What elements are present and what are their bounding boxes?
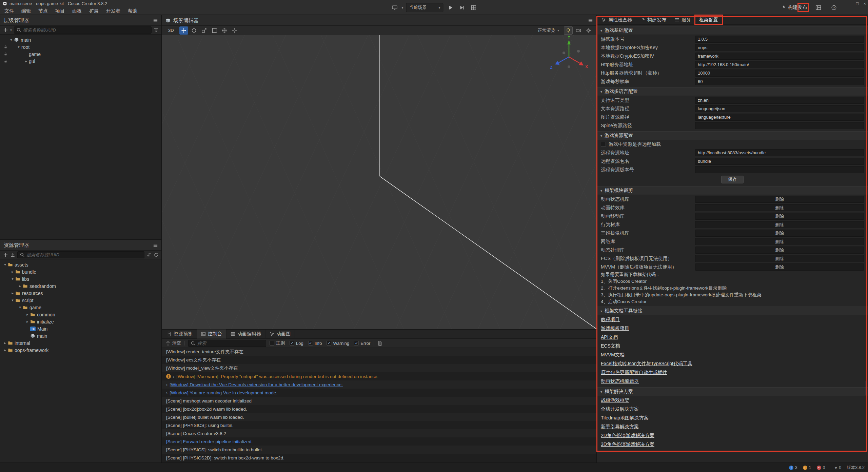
tree-node[interactable]: ▸bundle <box>0 268 161 275</box>
hierarchy-search-input[interactable] <box>23 27 149 33</box>
menubar-item[interactable]: 开发者 <box>102 7 124 15</box>
console-tab[interactable]: 资源预览 <box>163 330 197 338</box>
console-log-row[interactable]: [Scene] [bullet]:bullet wasm lib loaded. <box>162 413 596 421</box>
tree-node[interactable]: ▸gui <box>0 58 161 65</box>
filter-icon[interactable] <box>154 27 159 33</box>
console-search[interactable] <box>188 340 266 347</box>
chevron-down-icon[interactable]: ▾ <box>10 277 15 281</box>
filter-error-checkbox[interactable]: ✓Error <box>354 341 370 346</box>
menubar-item[interactable]: 文件 <box>1 7 18 15</box>
chevron-down-icon[interactable]: ▾ <box>10 298 15 302</box>
tree-node[interactable]: ▸initialize <box>0 318 161 325</box>
console-search-input[interactable] <box>197 341 264 346</box>
preview-target-icon[interactable] <box>390 3 399 12</box>
tree-node[interactable]: ▾root <box>0 43 161 51</box>
chevron-right-icon[interactable]: ▸ <box>17 284 23 288</box>
console-log-row[interactable]: [Scene] [box2d]:box2d wasm lib loaded. <box>162 405 596 413</box>
camera-icon[interactable] <box>574 26 583 35</box>
lock-icon[interactable] <box>2 59 8 63</box>
chevron-down-icon[interactable]: ▾ <box>16 45 21 49</box>
chevron-right-icon[interactable]: ▸ <box>25 312 30 317</box>
gizmo-x-label[interactable]: X <box>585 64 588 69</box>
rect-tool-button[interactable] <box>210 26 219 35</box>
rotate-tool-button[interactable] <box>190 26 198 35</box>
world-tool-button[interactable] <box>220 26 229 35</box>
console-log-row[interactable]: ›[Window] You are running Vue in develop… <box>162 389 596 397</box>
console-log-row[interactable]: [Window] render_texture文件夹不存在 <box>162 348 596 356</box>
tree-node[interactable]: ▾main <box>0 36 161 43</box>
lock-icon[interactable] <box>2 45 8 49</box>
panel-menu-icon[interactable] <box>588 18 593 23</box>
layout-icon[interactable] <box>814 3 823 12</box>
regex-checkbox[interactable]: 正则 <box>270 340 285 346</box>
layout-grid-icon[interactable] <box>469 3 478 12</box>
tree-node[interactable]: ▾assets <box>0 261 161 268</box>
scene-select-dropdown[interactable]: 当前场景 ▾ <box>406 3 443 12</box>
panel-menu-icon[interactable] <box>153 243 158 248</box>
gizmo-z-label[interactable]: Z <box>550 65 552 70</box>
tree-node[interactable]: ▾libs <box>0 275 161 282</box>
assets-search[interactable] <box>17 251 144 258</box>
menubar-item[interactable]: 面板 <box>68 7 85 15</box>
dimension-toggle[interactable]: 3D <box>165 27 177 34</box>
tree-node[interactable]: ▸common <box>0 311 161 318</box>
tree-node[interactable]: game <box>0 51 161 58</box>
console-log-row[interactable]: [Window] model_view文件夹不存在 <box>162 364 596 372</box>
error-count[interactable]: × 0 <box>817 465 825 470</box>
panel-menu-icon[interactable] <box>153 18 158 23</box>
chevron-down-icon[interactable]: ▾ <box>2 262 8 267</box>
expand-arrow-icon[interactable]: › <box>166 382 167 387</box>
refresh-icon[interactable] <box>154 252 159 257</box>
tree-node[interactable]: ▾script <box>0 297 161 304</box>
message-count[interactable]: i 3 <box>789 465 797 470</box>
chevron-right-icon[interactable]: ▸ <box>23 59 29 63</box>
console-tab[interactable]: 动画图 <box>265 330 295 338</box>
step-button[interactable] <box>458 3 467 12</box>
console-log-row[interactable]: [Scene] [PHYSICS]: using builtin. <box>162 421 596 429</box>
menubar-item[interactable]: 帮助 <box>124 7 141 15</box>
console-log-row[interactable]: [Scene] meshopt wasm decoder initialized <box>162 397 596 405</box>
add-node-icon[interactable] <box>3 27 8 33</box>
gizmo-y-label[interactable]: Y <box>568 35 570 40</box>
render-mode-dropdown[interactable]: 正常渲染 ▾ <box>538 27 559 34</box>
console-log-row[interactable]: [Scene] [PHYSICS]: switch from builtin t… <box>162 446 596 454</box>
play-button[interactable] <box>446 3 455 12</box>
import-icon[interactable] <box>10 252 15 257</box>
tree-node[interactable]: ▸seedrandom <box>0 282 161 290</box>
chevron-right-icon[interactable]: ▸ <box>2 341 8 345</box>
warning-count[interactable]: ! 1 <box>803 465 811 470</box>
sort-icon[interactable] <box>146 252 152 257</box>
filter-info-checkbox[interactable]: ✓Info <box>308 341 322 346</box>
chevron-down-icon[interactable]: ▾ <box>10 28 12 32</box>
chevron-down-icon[interactable]: ▾ <box>17 305 23 310</box>
tree-node[interactable]: TSMain <box>0 325 161 332</box>
chevron-right-icon[interactable]: ▸ <box>10 291 15 295</box>
chevron-right-icon[interactable]: ▸ <box>2 348 8 352</box>
console-log-row[interactable]: [Scene] [PHYSICS2D]: switch from box2d-w… <box>162 454 596 462</box>
console-log-row[interactable]: ›[Window] Download the Vue Devtools exte… <box>162 380 596 389</box>
chevron-right-icon[interactable]: ▸ <box>25 319 30 324</box>
gear-icon[interactable] <box>584 26 593 35</box>
anchor-tool-button[interactable] <box>230 26 239 35</box>
close-button[interactable]: × <box>863 1 866 7</box>
menubar-item[interactable]: 编辑 <box>18 7 35 15</box>
help-icon[interactable]: ? <box>829 3 838 12</box>
tree-node[interactable]: ▸oops-framework <box>0 347 161 354</box>
console-log-row[interactable]: [Scene] Cocos Creator v3.8.2 <box>162 429 596 437</box>
chevron-right-icon[interactable]: ▸ <box>10 270 15 274</box>
tree-node[interactable]: ▾game <box>0 304 161 311</box>
minimize-button[interactable]: — <box>847 1 851 7</box>
assets-search-input[interactable] <box>26 252 142 257</box>
console-log-row[interactable]: !›[Window] [Vue warn]: Property "onInput… <box>162 372 596 380</box>
add-asset-icon[interactable] <box>3 252 8 257</box>
tree-node[interactable]: ▸internal <box>0 339 161 347</box>
favorite-count[interactable]: ♥ 0 <box>835 465 842 470</box>
console-tab[interactable]: 动画编辑器 <box>226 330 265 338</box>
console-log-row[interactable]: [Scene] Forward render pipeline initiali… <box>162 437 596 446</box>
chevron-down-icon[interactable]: ▾ <box>8 38 14 42</box>
filter-log-checkbox[interactable]: ✓Log <box>290 341 303 346</box>
chevron-down-icon[interactable]: ▾ <box>401 6 403 9</box>
tree-node[interactable]: main <box>0 332 161 339</box>
menubar-item[interactable]: 扩展 <box>85 7 102 15</box>
menubar-item[interactable]: 项目 <box>52 7 68 15</box>
